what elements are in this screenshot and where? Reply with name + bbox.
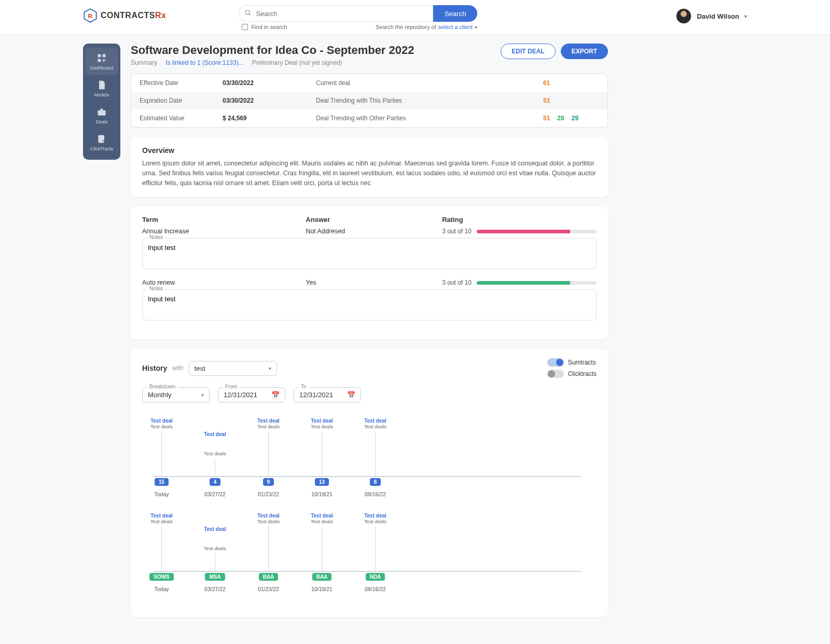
- col-rating-head: Rating: [442, 216, 597, 223]
- timeline-sub: Test deals: [204, 545, 226, 551]
- timeline-sub: Test deals: [257, 519, 280, 524]
- info-value: $ 24,569: [214, 109, 308, 127]
- timeline-date: Today: [154, 491, 169, 497]
- timeline-date: Today: [154, 586, 169, 592]
- chevron-down-icon[interactable]: ▾: [475, 24, 477, 30]
- timeline-title: Test deal: [311, 418, 333, 424]
- info-label: Current deal: [308, 74, 535, 92]
- timeline-node[interactable]: Test deal Test deals 8 08/16/22: [356, 418, 395, 497]
- logo[interactable]: R CONTRACTSRx: [83, 8, 166, 23]
- timeline-badge: 13: [315, 478, 329, 486]
- timeline-sub: Test deals: [364, 424, 386, 429]
- timeline-title: Test deal: [150, 513, 173, 519]
- date-to[interactable]: 12/31/2021 📅: [294, 387, 361, 402]
- timeline-date: 08/16/22: [365, 491, 386, 497]
- sidebar-item-clicktracts[interactable]: ClickTracts: [83, 129, 120, 156]
- notes-input[interactable]: Input test: [142, 238, 597, 269]
- from-label: From: [223, 384, 239, 389]
- notes-input[interactable]: Input test: [142, 289, 597, 320]
- info-label: Expiration Date: [131, 92, 214, 109]
- note-edit-icon: [96, 134, 107, 144]
- to-label: To: [299, 384, 309, 389]
- history-select[interactable]: test ▾: [189, 361, 277, 376]
- timeline-badge: 15: [155, 478, 169, 486]
- brand-text: CONTRACTSRx: [101, 11, 166, 20]
- svg-line-3: [249, 13, 251, 15]
- calendar-icon: 📅: [347, 391, 355, 399]
- svg-rect-8: [98, 135, 104, 143]
- timeline-node[interactable]: Test deal Test deals 9 01/23/22: [249, 418, 288, 497]
- search-button[interactable]: Search: [433, 5, 477, 22]
- rating-bar: [477, 230, 597, 233]
- info-label: Effective Date: [131, 74, 214, 92]
- term-answer: Yes: [306, 279, 442, 286]
- timeline-node[interactable]: Test deal Test deals NDA 08/16/22: [356, 513, 395, 592]
- overview-card: Overview Lorem ipsum dolor sit amet, con…: [131, 137, 608, 197]
- timeline-node[interactable]: Test deal Test deals MSA 03/27/22: [196, 513, 234, 592]
- date-from[interactable]: 12/31/2021 📅: [218, 387, 285, 402]
- timeline-sub: Test deals: [150, 519, 173, 524]
- timeline-date: 03/27/22: [204, 586, 226, 592]
- overview-heading: Overview: [142, 146, 597, 155]
- sidebar-item-dashboard[interactable]: Dashboard: [85, 48, 118, 75]
- timeline-node[interactable]: Test deal Test deals BAA 10/19/21: [302, 513, 341, 592]
- timeline-node[interactable]: Test deal Test deals SOWS Today: [142, 513, 181, 592]
- timeline-badge: 9: [263, 478, 274, 486]
- find-in-search-checkbox[interactable]: Find in search: [242, 24, 287, 30]
- col-answer-head: Answer: [306, 216, 442, 223]
- export-button[interactable]: EXPORT: [561, 44, 608, 59]
- timeline-date: 10/19/21: [311, 586, 333, 592]
- chevron-down-icon: ▾: [744, 13, 747, 19]
- svg-rect-6: [98, 59, 101, 62]
- user-name: David Wilson: [697, 12, 739, 20]
- timeline-sub: Test deals: [150, 424, 173, 429]
- search-icon: [244, 9, 252, 18]
- deal-status: Preliminary Deal (not yet signed): [252, 59, 342, 66]
- info-label: Estimated Value: [131, 109, 214, 127]
- timeline-sub: Test deals: [364, 519, 386, 524]
- select-client-link[interactable]: select a client: [438, 24, 473, 30]
- sidebar-item-deals[interactable]: Deals: [83, 102, 120, 129]
- toggle-sumtracts[interactable]: [547, 358, 564, 367]
- chevron-down-icon: ▾: [201, 392, 204, 398]
- svg-rect-4: [98, 54, 101, 58]
- history-card: History with test ▾ Sumtracts Clicktract…: [131, 349, 608, 617]
- breakdown-label: Breakdown: [147, 384, 177, 389]
- info-value: 03/30/2022: [214, 92, 308, 109]
- timeline-node[interactable]: Test deal Test deals BAA 01/23/22: [249, 513, 288, 592]
- repo-label: Search the repository of: [376, 24, 436, 30]
- svg-text:R: R: [88, 12, 92, 19]
- toggle-clicktracts[interactable]: [547, 370, 564, 378]
- timeline-node[interactable]: Test deal Test deals 13 10/19/21: [302, 418, 341, 497]
- edit-deal-button[interactable]: EDIT DEAL: [501, 44, 555, 59]
- timeline-title: Test deal: [204, 526, 226, 532]
- timeline-badge: BAA: [312, 573, 332, 581]
- notes-label: Notes: [147, 286, 165, 291]
- timeline-node[interactable]: Test deal Test deals 15 Today: [142, 418, 181, 497]
- tab-summary[interactable]: Summary: [131, 59, 157, 66]
- timeline-date: 03/27/22: [204, 491, 226, 497]
- timeline-title: Test deal: [364, 513, 386, 519]
- svg-rect-5: [103, 54, 106, 58]
- sidebar: Dashboard Models Deals ClickTracts: [83, 44, 120, 160]
- timeline-sub: Test deals: [311, 519, 333, 524]
- dashboard-icon: [96, 53, 107, 63]
- user-menu[interactable]: David Wilson ▾: [676, 8, 747, 24]
- chevron-down-icon: ▾: [269, 366, 271, 371]
- timeline-sub: Test deals: [257, 424, 280, 429]
- timeline-date: 01/23/22: [258, 586, 279, 592]
- page-title: Software Development for Idea Co - Septe…: [131, 44, 414, 57]
- timeline-badge: SOWS: [149, 573, 174, 581]
- linked-info[interactable]: Is linked to 1 (Score:1133)...: [165, 59, 243, 66]
- sidebar-item-models[interactable]: Models: [83, 75, 120, 102]
- col-term-head: Term: [142, 216, 306, 223]
- timeline-badge: NDA: [366, 573, 385, 581]
- info-nums: 512829: [535, 109, 607, 127]
- search-box[interactable]: [239, 5, 433, 22]
- breakdown-select[interactable]: Monthly ▾: [142, 387, 210, 402]
- search-input[interactable]: [255, 9, 427, 18]
- timeline-node[interactable]: Test deal Test deals 4 03/27/22: [196, 418, 234, 497]
- timeline-title: Test deal: [364, 418, 386, 424]
- rating-bar: [477, 281, 597, 285]
- notes-label: Notes: [147, 234, 165, 240]
